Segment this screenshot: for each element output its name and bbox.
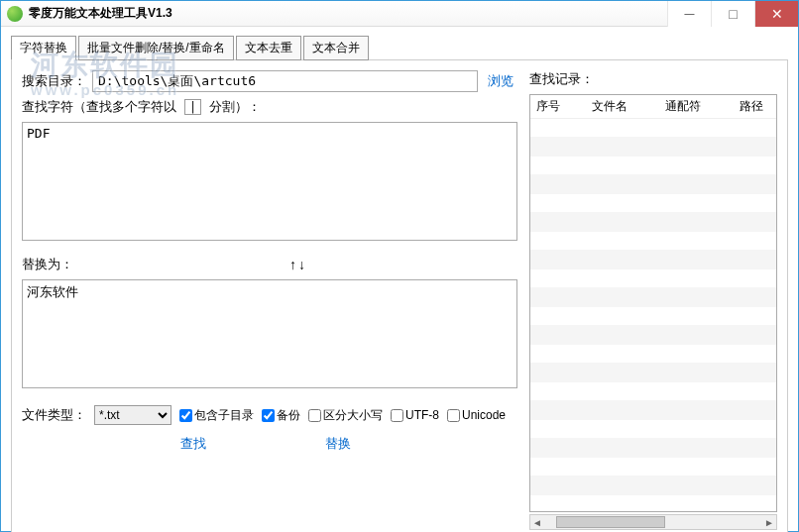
scroll-thumb[interactable]: [556, 516, 665, 528]
replace-button[interactable]: 替换: [325, 435, 351, 453]
options-row: 文件类型： *.txt 包含子目录 备份 区分大小写 UTF-8 Unicode: [22, 405, 517, 425]
find-char-label-b: 分割）：: [209, 98, 261, 116]
tab-dedup[interactable]: 文本去重: [236, 36, 301, 60]
filetype-label: 文件类型：: [22, 406, 86, 424]
separator-box: |: [184, 99, 201, 115]
horizontal-scrollbar[interactable]: ◄ ►: [529, 514, 777, 530]
cb-utf8[interactable]: UTF-8: [391, 408, 439, 422]
tab-char-replace[interactable]: 字符替换: [11, 36, 76, 60]
records-title: 查找记录：: [529, 70, 777, 88]
browse-button[interactable]: 浏览: [484, 72, 517, 90]
cb-subdir[interactable]: 包含子目录: [179, 407, 254, 424]
window-controls: ─ □ ✕: [667, 1, 798, 27]
app-icon: [7, 6, 23, 22]
col-index[interactable]: 序号: [530, 95, 586, 119]
scroll-right-icon[interactable]: ►: [762, 517, 776, 528]
cb-backup[interactable]: 备份: [262, 407, 300, 424]
action-buttons: 查找 替换: [22, 435, 517, 453]
replace-textarea[interactable]: 河东软件: [22, 279, 517, 388]
cb-unicode[interactable]: Unicode: [447, 408, 506, 422]
replace-label: 替换为：: [22, 256, 73, 273]
cb-case[interactable]: 区分大小写: [308, 407, 383, 424]
main-panel: 搜索目录： 浏览 查找字符（查找多个字符以 | 分割）： PDF 替换为：: [11, 59, 788, 532]
right-column: 查找记录： 序号 文件名 通配符 路径: [529, 70, 777, 530]
filetype-select[interactable]: *.txt: [94, 405, 171, 425]
app-window: 零度万能文本处理工具V1.3 ─ □ ✕ 河东软件园 www.pc0359.cn…: [0, 0, 799, 532]
records-tbody: [530, 119, 777, 495]
tab-merge[interactable]: 文本合并: [303, 36, 369, 60]
col-path[interactable]: 路径: [734, 95, 777, 119]
content-area: 河东软件园 www.pc0359.cn 官方主页 问题反馈 字符替换 批量文件删…: [1, 27, 798, 532]
scroll-left-icon[interactable]: ◄: [530, 517, 544, 528]
col-filename[interactable]: 文件名: [586, 95, 659, 119]
left-column: 搜索目录： 浏览 查找字符（查找多个字符以 | 分割）： PDF 替换为：: [22, 70, 517, 530]
tab-bar: 字符替换 批量文件删除/替换/重命名 文本去重 文本合并: [11, 35, 788, 59]
tab-batch-file[interactable]: 批量文件删除/替换/重命名: [78, 36, 234, 60]
find-textarea[interactable]: PDF: [22, 122, 517, 241]
records-table-wrap[interactable]: 序号 文件名 通配符 路径: [529, 94, 777, 512]
maximize-button[interactable]: □: [711, 1, 754, 27]
records-table: 序号 文件名 通配符 路径: [530, 95, 777, 495]
search-dir-label: 搜索目录：: [22, 72, 86, 90]
minimize-button[interactable]: ─: [667, 1, 711, 27]
col-wildcard[interactable]: 通配符: [659, 95, 733, 119]
find-button[interactable]: 查找: [180, 435, 206, 453]
window-title: 零度万能文本处理工具V1.3: [29, 5, 172, 22]
close-button[interactable]: ✕: [754, 1, 798, 27]
titlebar: 零度万能文本处理工具V1.3 ─ □ ✕: [1, 1, 798, 27]
swap-button[interactable]: ↑↓: [289, 257, 307, 272]
find-char-label-a: 查找字符（查找多个字符以: [22, 98, 176, 116]
search-dir-input[interactable]: [92, 70, 478, 92]
